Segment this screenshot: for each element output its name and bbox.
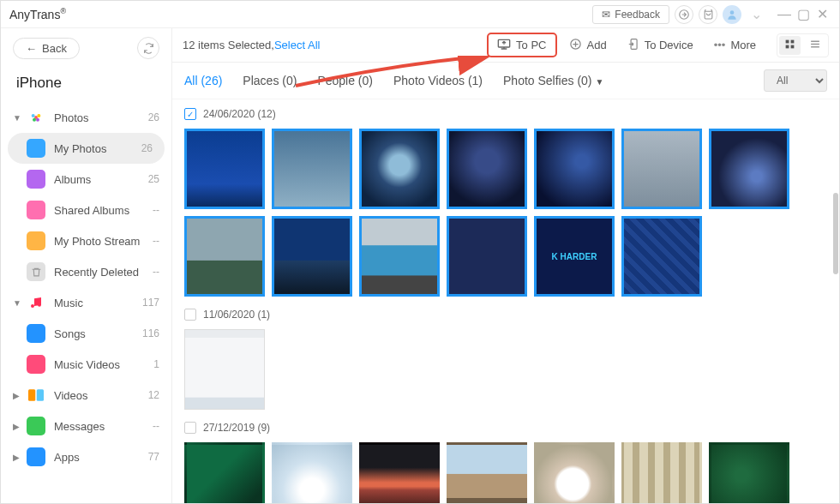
sidebar-item-albums[interactable]: Albums25	[1, 164, 171, 195]
group-checkbox[interactable]	[184, 422, 196, 434]
sidebar-count: --	[153, 235, 159, 247]
tab-people[interactable]: People (0)	[317, 74, 373, 87]
sidebar-item-songs[interactable]: Songs116	[1, 318, 171, 349]
svg-rect-15	[791, 45, 795, 48]
sidebar-item-photos[interactable]: ▼Photos26	[1, 102, 171, 133]
photo-thumbnail[interactable]	[272, 216, 352, 297]
sidebar-count: --	[153, 420, 159, 432]
group-header[interactable]: 27/12/2019 (9)	[184, 418, 827, 437]
item-icon	[27, 324, 45, 343]
refresh-button[interactable]	[137, 37, 159, 59]
photo-thumbnail[interactable]	[184, 329, 265, 410]
sidebar-item-apps[interactable]: ▶Apps77	[1, 441, 171, 472]
close-button[interactable]: ✕	[813, 6, 831, 23]
photo-thumbnail[interactable]	[621, 216, 702, 297]
item-icon	[27, 139, 45, 158]
photo-thumbnail[interactable]	[447, 216, 527, 297]
photo-thumbnail[interactable]	[359, 442, 440, 503]
photo-thumbnail[interactable]	[447, 129, 527, 209]
maximize-button[interactable]: ▢	[795, 6, 812, 23]
chevron-icon: ▶	[13, 422, 23, 431]
item-icon	[27, 262, 45, 281]
sidebar-label: Albums	[54, 173, 148, 186]
sidebar-count: --	[153, 266, 159, 278]
select-all-link[interactable]: Select All	[274, 39, 320, 51]
sidebar-item-messages[interactable]: ▶Messages--	[1, 411, 171, 441]
svg-point-6	[36, 118, 39, 122]
group-header[interactable]: 11/06/2020 (1)	[184, 305, 827, 324]
photo-thumbnail[interactable]	[184, 216, 265, 297]
photo-thumbnail[interactable]	[272, 129, 352, 209]
filter-dropdown[interactable]: All	[764, 69, 827, 92]
mail-icon: ✉	[602, 9, 610, 21]
thumbnail-grid	[184, 324, 827, 418]
tab-photo[interactable]: Photo Videos (1)	[393, 74, 483, 87]
svg-point-3	[32, 114, 35, 117]
category-icon	[27, 447, 45, 466]
sidebar-item-music[interactable]: ▼Music117	[1, 287, 171, 318]
photo-thumbnail[interactable]: K HARDER	[534, 216, 615, 297]
photo-thumbnail[interactable]	[447, 442, 527, 503]
device-name: iPhone	[1, 68, 171, 99]
videos-icon	[27, 386, 45, 405]
svg-point-4	[37, 114, 40, 117]
photo-thumbnail[interactable]	[184, 129, 265, 209]
to-device-icon	[627, 38, 639, 53]
sidebar-item-shared-albums[interactable]: Shared Albums--	[1, 195, 171, 225]
scrollbar-thumb[interactable]	[833, 193, 838, 274]
grid-view-button[interactable]	[779, 36, 801, 55]
dropdown-icon[interactable]: ⌄	[747, 5, 765, 24]
svg-rect-8	[37, 389, 44, 401]
list-view-button[interactable]	[804, 36, 826, 55]
avatar-icon[interactable]	[723, 5, 741, 24]
group-checkbox[interactable]	[184, 108, 196, 120]
sidebar-item-music-videos[interactable]: Music Videos1	[1, 349, 171, 380]
to-pc-label: To PC	[516, 39, 546, 51]
sidebar-count: 12	[148, 389, 159, 401]
more-icon: •••	[714, 39, 726, 51]
photo-thumbnail[interactable]	[359, 129, 440, 209]
back-label: Back	[42, 42, 67, 55]
sidebar-label: Music	[54, 297, 142, 309]
content-area: 24/06/2020 (12)K HARDER11/06/2020 (1)27/…	[172, 99, 839, 503]
to-pc-button[interactable]: To PC	[487, 33, 556, 57]
group-header[interactable]: 24/06/2020 (12)	[184, 105, 827, 123]
more-label: More	[730, 39, 756, 51]
photo-thumbnail[interactable]	[621, 129, 702, 209]
photos-icon	[27, 108, 45, 127]
sidebar-item-my-photo-stream[interactable]: My Photo Stream--	[1, 225, 171, 256]
photo-thumbnail[interactable]	[534, 129, 615, 209]
photo-thumbnail[interactable]	[359, 216, 440, 297]
sidebar-item-videos[interactable]: ▶Videos12	[1, 380, 171, 411]
chevron-icon: ▼	[13, 298, 23, 308]
tab-photo[interactable]: Photo Selfies (0) ▼	[503, 74, 603, 87]
add-button[interactable]: Add	[561, 33, 615, 57]
sidebar-item-my-photos[interactable]: My Photos26	[8, 133, 165, 164]
photo-thumbnail[interactable]	[184, 442, 265, 503]
sidebar-label: Recently Deleted	[54, 266, 153, 279]
photo-thumbnail[interactable]	[621, 442, 702, 503]
photo-thumbnail[interactable]	[709, 442, 789, 503]
photo-thumbnail[interactable]	[534, 442, 615, 503]
group-date: 27/12/2019 (9)	[203, 422, 270, 434]
tab-places[interactable]: Places (0)	[243, 74, 297, 87]
cart-icon[interactable]	[699, 5, 717, 24]
help-icon[interactable]	[675, 5, 693, 24]
photo-thumbnail[interactable]	[709, 129, 789, 209]
sidebar-count: 1	[153, 358, 159, 370]
tab-all[interactable]: All (26)	[184, 74, 222, 87]
minimize-button[interactable]: —	[776, 6, 793, 23]
photo-thumbnail[interactable]	[272, 442, 352, 503]
to-device-button[interactable]: To Device	[619, 33, 702, 57]
sidebar-label: Videos	[54, 389, 148, 402]
feedback-button[interactable]: ✉ Feedback	[592, 5, 669, 24]
more-button[interactable]: ••• More	[705, 34, 765, 56]
sidebar: ← Back iPhone ▼Photos26My Photos26Albums…	[1, 28, 172, 503]
feedback-label: Feedback	[615, 9, 660, 21]
back-button[interactable]: ← Back	[13, 38, 80, 59]
svg-rect-14	[786, 45, 789, 48]
svg-rect-12	[786, 39, 789, 43]
group-checkbox[interactable]	[184, 309, 196, 321]
sidebar-item-recently-deleted[interactable]: Recently Deleted--	[1, 256, 171, 287]
item-icon	[27, 355, 45, 374]
